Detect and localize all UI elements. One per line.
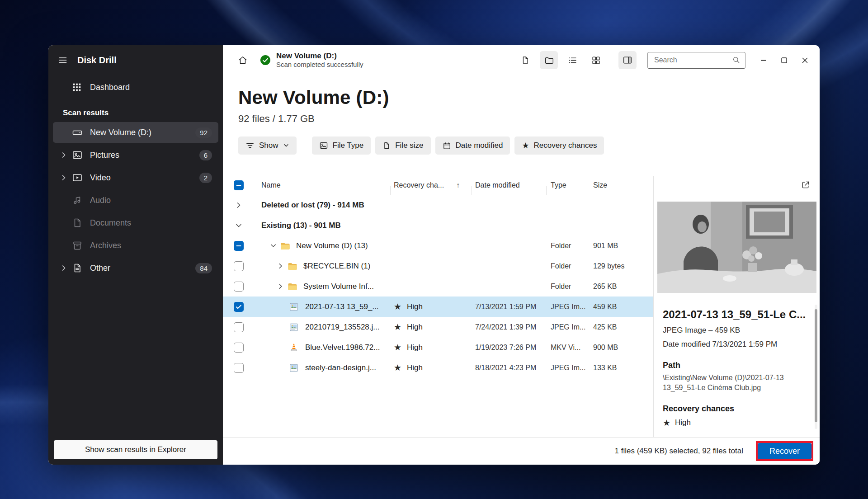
recovery-level: High [407,323,423,332]
table-row-folder-system-volume[interactable]: System Volume Inf... Folder 265 KB [223,276,653,297]
page-title: New Volume (D:) [238,87,820,108]
list-view-button[interactable] [563,51,581,69]
column-header-date[interactable]: Date modified [472,181,546,189]
table-row-selected-jpeg[interactable]: 2021-07-13 13_59_... ★ High 7/13/2021 1:… [223,297,653,317]
status-bar: 1 files (459 KB) selected, 92 files tota… [223,437,820,465]
archive-box-icon [72,240,84,251]
window-controls [753,51,815,69]
open-external-icon[interactable] [798,178,813,192]
row-checkbox[interactable] [234,322,244,332]
new-file-button[interactable] [516,51,534,69]
calendar-icon [443,141,451,150]
column-header-type[interactable]: Type [546,181,587,189]
file-name: System Volume Inf... [303,282,374,291]
file-table: Name Recovery cha... ↑ Date modified Typ… [223,176,653,437]
preview-scrollbar[interactable] [815,305,817,429]
scan-results-section-label: Scan results [63,108,223,118]
search-input[interactable] [653,56,732,65]
sidebar-item-other[interactable]: Other 84 [53,258,218,278]
column-header-name[interactable]: Name [255,181,390,189]
preview-file-name: 2021-07-13 13_59_51-Le C... [663,308,813,321]
collapse-chevron-icon[interactable] [235,222,243,229]
sidebar-item-label: Audio [90,196,212,205]
row-checkbox[interactable] [234,241,244,251]
table-row-mkv[interactable]: Blue.Velvet.1986.72... ★ High 1/19/2023 … [223,337,653,358]
star-icon: ★ [522,141,529,150]
sidebar-item-dashboard[interactable]: Dashboard [53,77,218,98]
sidebar-item-video[interactable]: Video 2 [53,167,218,188]
row-checkbox[interactable] [234,363,244,373]
file-size-filter-button[interactable]: File size [375,137,430,155]
row-checkbox[interactable] [234,343,244,353]
page-icon [382,141,391,150]
home-button[interactable] [234,51,252,69]
recovery-chances-filter-button[interactable]: ★ Recovery chances [514,137,604,155]
filter-bar: Show File Type [238,137,820,155]
toolbar-buttons [516,51,637,69]
sidebar-item-new-volume[interactable]: New Volume (D:) 92 [53,122,218,143]
expand-chevron-icon[interactable] [60,264,72,272]
search-box[interactable] [647,52,745,69]
table-row-folder-recycle-bin[interactable]: $RECYCLE.BIN (1) Folder 129 bytes [223,256,653,276]
vlc-cone-icon [289,343,301,353]
sidebar-item-label: Pictures [90,151,199,160]
app-title: Disk Drill [77,55,117,66]
sidebar-item-label: Documents [90,218,212,228]
table-row-jpeg[interactable]: steely-dan-design.j... ★ High 8/18/2021 … [223,358,653,378]
row-checkbox[interactable] [234,302,244,312]
picture-icon [319,141,328,150]
show-in-explorer-button[interactable]: Show scan results in Explorer [54,440,217,459]
disk-drill-window: Disk Drill Dashboard Scan results New Vo… [48,45,820,465]
jpeg-file-icon [289,322,301,332]
badge-count: 6 [199,150,212,160]
recover-button[interactable]: Recover [758,443,811,459]
page-summary: 92 files / 1.77 GB [238,113,820,125]
preview-path-label: Path [663,361,813,370]
expand-chevron-icon[interactable] [60,151,72,159]
column-header-recovery[interactable]: Recovery cha... ↑ [390,181,472,189]
badge-count: 2 [199,173,212,183]
folder-icon [287,281,299,292]
sort-ascending-icon[interactable]: ↑ [456,181,460,189]
expand-chevron-icon[interactable] [235,202,243,209]
grid-view-button[interactable] [587,51,605,69]
column-header-size[interactable]: Size [587,181,653,189]
sidebar-item-archives[interactable]: Archives [53,235,218,256]
date-modified-filter-label: Date modified [456,141,503,150]
group-label: Deleted or lost (79) - 914 MB [261,201,364,210]
preview-panel-toggle-button[interactable] [618,51,637,69]
file-name: Blue.Velvet.1986.72... [305,343,380,352]
minimize-button[interactable] [753,51,774,69]
dashboard-grid-icon [72,82,84,92]
group-row-deleted-or-lost[interactable]: Deleted or lost (79) - 914 MB [223,195,653,215]
preview-type-size: JPEG Image – 459 KB [663,326,813,335]
sidebar-item-documents[interactable]: Documents [53,212,218,233]
preview-recovery-value: High [675,418,691,427]
file-type-filter-label: File Type [333,141,364,150]
file-icon [72,263,84,273]
row-checkbox[interactable] [234,282,244,292]
expand-chevron-icon[interactable] [276,263,284,269]
sidebar-item-audio[interactable]: Audio [53,190,218,211]
date-modified-filter-button[interactable]: Date modified [435,137,510,155]
badge-count: 92 [195,127,212,138]
table-row-jpeg[interactable]: 20210719_135528.j... ★ High 7/24/2021 1:… [223,317,653,337]
preview-scrollbar-thumb[interactable] [815,309,817,422]
maximize-button[interactable] [774,51,794,69]
scan-complete-check-icon [260,55,271,66]
expand-chevron-icon[interactable] [276,283,284,290]
open-folder-button[interactable] [540,51,558,69]
recovery-star-icon: ★ [394,302,401,311]
group-row-existing[interactable]: Existing (13) - 901 MB [223,215,653,235]
sidebar-item-pictures[interactable]: Pictures 6 [53,145,218,165]
row-checkbox[interactable] [234,261,244,271]
close-button[interactable] [794,51,815,69]
expand-chevron-icon[interactable] [60,174,72,181]
file-type-filter-button[interactable]: File Type [312,137,371,155]
hamburger-menu-button[interactable] [54,51,72,69]
collapse-chevron-icon[interactable] [269,242,277,249]
preview-date-modified: Date modified 7/13/2021 1:59 PM [663,340,813,349]
select-all-checkbox[interactable] [234,180,244,190]
show-filter-button[interactable]: Show [238,137,297,155]
table-row-folder-new-volume[interactable]: New Volume (D) (13) Folder 901 MB [223,235,653,256]
